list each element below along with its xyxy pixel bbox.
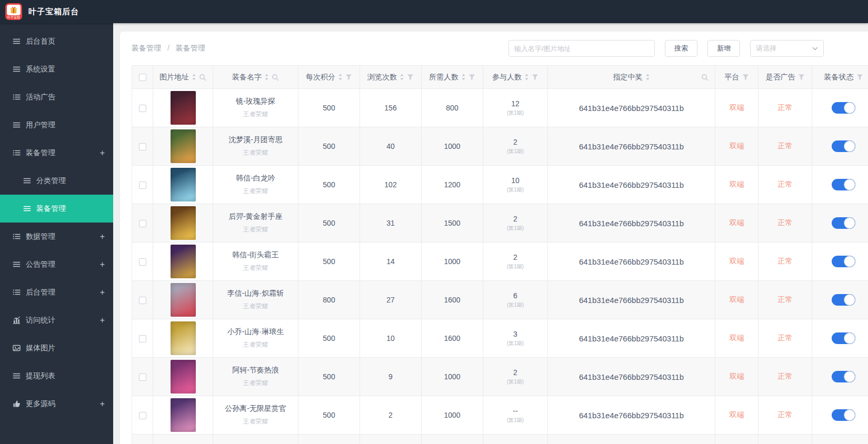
- column-header-image[interactable]: 图片地址: [153, 66, 213, 89]
- plus-icon[interactable]: +: [99, 399, 106, 409]
- sidebar-item-equipment-management[interactable]: 装备管理+: [0, 139, 113, 167]
- breadcrumb-section[interactable]: 装备管理: [132, 44, 161, 52]
- plus-icon[interactable]: +: [99, 148, 106, 158]
- filter-icon[interactable]: [468, 74, 475, 80]
- filter-icon[interactable]: [798, 74, 805, 80]
- row-checkbox[interactable]: [139, 181, 146, 189]
- sidebar-item-admin-management[interactable]: 后台管理+: [0, 278, 113, 306]
- plus-icon[interactable]: +: [99, 288, 106, 297]
- status-toggle[interactable]: [832, 332, 855, 344]
- chart-icon: [13, 316, 21, 324]
- cell-name: 韩信-街头霸王王者荣耀: [213, 243, 298, 281]
- cell-prize: 641b31e4e766bb297540311b: [548, 204, 715, 243]
- status-toggle[interactable]: [832, 179, 855, 190]
- item-image[interactable]: [171, 321, 196, 355]
- item-image[interactable]: [171, 245, 196, 278]
- prize-id: 641b31e4e766bb297540311b: [579, 334, 684, 343]
- column-header-ad[interactable]: 是否广告: [759, 66, 812, 89]
- column-header-status[interactable]: 装备状态: [812, 66, 868, 89]
- plus-icon[interactable]: +: [99, 260, 106, 269]
- app-logo[interactable]: 叶子宝箱: [5, 3, 22, 20]
- points-value: 500: [323, 104, 335, 112]
- item-image[interactable]: [171, 206, 196, 240]
- column-header-required[interactable]: 所需人数: [422, 66, 483, 89]
- sort-icon[interactable]: [524, 73, 529, 81]
- status-toggle[interactable]: [832, 217, 855, 229]
- sort-icon[interactable]: [264, 73, 269, 81]
- sort-icon[interactable]: [461, 73, 466, 81]
- row-checkbox[interactable]: [139, 258, 146, 266]
- filter-icon[interactable]: [407, 74, 414, 80]
- sidebar-item-user-management[interactable]: 用户管理: [0, 111, 113, 139]
- plus-icon[interactable]: +: [99, 316, 106, 325]
- item-image[interactable]: [171, 283, 196, 317]
- search-icon[interactable]: [199, 74, 206, 81]
- item-game: 王者荣耀: [213, 379, 298, 388]
- row-checkbox[interactable]: [139, 105, 146, 112]
- search-button[interactable]: 搜索: [665, 40, 697, 57]
- table-header-row: 图片地址装备名字每次积分浏览次数所需人数参与人数指定中奖平台是否广告装备状态: [132, 66, 868, 89]
- column-header-views[interactable]: 浏览次数: [360, 66, 422, 89]
- column-header-joined[interactable]: 参与人数: [483, 66, 548, 89]
- sidebar-item-category-management[interactable]: 分类管理: [0, 167, 113, 195]
- column-header-platform[interactable]: 平台: [715, 66, 759, 89]
- row-checkbox[interactable]: [139, 412, 146, 419]
- column-header-points[interactable]: 每次积分: [298, 66, 360, 89]
- sort-icon[interactable]: [645, 73, 650, 81]
- row-checkbox[interactable]: [139, 374, 146, 381]
- filter-icon[interactable]: [532, 74, 538, 80]
- sidebar-item-announcement-management[interactable]: 公告管理+: [0, 250, 113, 278]
- column-label: 图片地址: [159, 73, 189, 82]
- cell-name: 沈梦溪-月团寄思王者荣耀: [213, 127, 298, 166]
- search-icon[interactable]: [272, 74, 279, 81]
- item-name: 小乔-山海·琳琅生: [213, 327, 298, 337]
- cell-name: 后羿-黄金射手座王者荣耀: [213, 204, 298, 243]
- search-icon[interactable]: [701, 74, 709, 81]
- cell-views: 156: [360, 89, 422, 127]
- select-all-checkbox[interactable]: [139, 74, 146, 81]
- cell-joined: 12(第1期): [483, 89, 548, 127]
- item-image[interactable]: [171, 360, 196, 393]
- sidebar-item-data-management[interactable]: 数据管理+: [0, 223, 113, 250]
- category-select[interactable]: 请选择: [750, 40, 824, 57]
- row-checkbox[interactable]: [139, 143, 146, 150]
- column-header-name[interactable]: 装备名字: [213, 66, 298, 89]
- row-checkbox[interactable]: [139, 335, 146, 342]
- views-value: 27: [386, 296, 395, 304]
- row-checkbox[interactable]: [139, 220, 146, 227]
- item-image[interactable]: [171, 91, 196, 125]
- sidebar-item-equipment-management-sub[interactable]: 装备管理: [0, 195, 113, 223]
- item-image[interactable]: [171, 398, 196, 432]
- plus-icon[interactable]: +: [99, 232, 106, 241]
- status-toggle[interactable]: [832, 409, 855, 421]
- sort-icon[interactable]: [338, 73, 343, 81]
- column-header-prize[interactable]: 指定中奖: [548, 66, 715, 89]
- menu-icon: [13, 372, 21, 380]
- status-toggle[interactable]: [832, 371, 855, 382]
- sidebar-item-more-source[interactable]: 更多源码+: [0, 390, 113, 418]
- sort-icon[interactable]: [192, 73, 196, 81]
- status-toggle[interactable]: [832, 294, 855, 306]
- cell-empty: [812, 435, 868, 444]
- sidebar-item-home[interactable]: 后台首页: [0, 27, 113, 55]
- status-toggle[interactable]: [832, 140, 855, 152]
- status-toggle[interactable]: [832, 256, 855, 267]
- filter-icon[interactable]: [742, 74, 749, 80]
- search-input[interactable]: [508, 40, 655, 57]
- cell-views: 40: [360, 127, 422, 166]
- item-image[interactable]: [171, 168, 196, 201]
- sidebar-item-system-settings[interactable]: 系统设置: [0, 55, 113, 83]
- sort-icon[interactable]: [400, 73, 404, 81]
- filter-icon[interactable]: [345, 74, 352, 80]
- sidebar-item-activity-ads[interactable]: 活动广告: [0, 83, 113, 111]
- sidebar-item-visit-stats[interactable]: 访问统计+: [0, 306, 113, 334]
- filter-icon[interactable]: [856, 74, 863, 80]
- add-button[interactable]: 新增: [707, 40, 740, 57]
- sidebar-item-media-images[interactable]: 媒体图片: [0, 334, 113, 362]
- status-toggle[interactable]: [832, 102, 855, 114]
- item-image[interactable]: [171, 129, 196, 163]
- row-checkbox[interactable]: [139, 297, 146, 304]
- ad-tag: 正常: [778, 103, 793, 112]
- sidebar-item-withdraw-list[interactable]: 提现列表: [0, 362, 113, 390]
- cell-points: 500: [298, 89, 360, 127]
